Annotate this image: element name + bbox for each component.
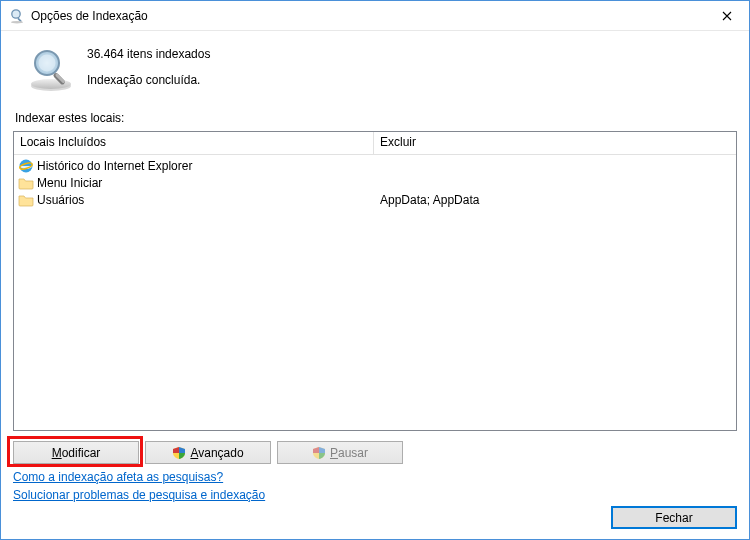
pause-accel: P xyxy=(330,446,338,460)
advanced-button[interactable]: Avançado xyxy=(145,441,271,464)
list-item: AppData; AppData xyxy=(374,191,736,208)
svg-point-4 xyxy=(31,79,71,89)
exclude-column: AppData; AppData xyxy=(374,155,736,430)
app-icon xyxy=(9,8,25,24)
title-bar: Opções de Indexação xyxy=(1,1,749,31)
svg-point-0 xyxy=(12,9,20,17)
folder-icon xyxy=(18,192,34,208)
svg-point-2 xyxy=(11,20,23,23)
status-area: 36.464 itens indexados Indexação concluí… xyxy=(27,45,737,93)
shield-icon xyxy=(312,446,326,460)
col-exclude-header[interactable]: Excluir xyxy=(374,132,736,154)
exclude-value: AppData; AppData xyxy=(380,193,479,207)
button-row: Modificar Avançado Pausar xyxy=(13,441,737,464)
pause-button: Pausar xyxy=(277,441,403,464)
list-item[interactable]: Menu Iniciar xyxy=(14,174,373,191)
footer: Fechar xyxy=(13,502,737,529)
modify-rest: odificar xyxy=(62,446,101,460)
advanced-rest: vançado xyxy=(198,446,243,460)
window-title: Opções de Indexação xyxy=(31,9,704,23)
troubleshoot-link[interactable]: Solucionar problemas de pesquisa e index… xyxy=(13,488,265,502)
close-window-button[interactable] xyxy=(704,1,749,31)
indexed-count: 36.464 itens indexados xyxy=(87,47,210,61)
list-item-label: Menu Iniciar xyxy=(37,176,102,190)
pause-rest: ausar xyxy=(338,446,368,460)
svg-point-6 xyxy=(39,55,56,72)
help-links: Como a indexação afeta as pesquisas? Sol… xyxy=(13,470,737,502)
indexing-options-window: Opções de Indexação xyxy=(0,0,750,540)
col-included-header[interactable]: Locais Incluídos xyxy=(14,132,374,154)
list-body: Histórico do Internet Explorer Menu Inic… xyxy=(14,155,736,430)
close-button[interactable]: Fechar xyxy=(611,506,737,529)
modify-accel: M xyxy=(52,446,62,460)
list-item[interactable]: Usuários xyxy=(14,191,373,208)
list-header: Locais Incluídos Excluir xyxy=(14,132,736,154)
locations-label: Indexar estes locais: xyxy=(15,111,737,125)
list-item-label: Histórico do Internet Explorer xyxy=(37,159,192,173)
how-indexing-affects-link[interactable]: Como a indexação afeta as pesquisas? xyxy=(13,470,223,484)
list-item[interactable]: Histórico do Internet Explorer xyxy=(14,157,373,174)
ie-icon xyxy=(18,158,34,174)
magnifier-icon xyxy=(27,45,75,93)
list-item-label: Usuários xyxy=(37,193,84,207)
list-item xyxy=(374,174,736,191)
indexing-state: Indexação concluída. xyxy=(87,73,210,87)
folder-icon xyxy=(18,175,34,191)
included-column: Histórico do Internet Explorer Menu Inic… xyxy=(14,155,374,430)
status-text: 36.464 itens indexados Indexação concluí… xyxy=(87,45,210,88)
dialog-content: 36.464 itens indexados Indexação concluí… xyxy=(1,31,749,539)
list-item xyxy=(374,157,736,174)
locations-listbox[interactable]: Locais Incluídos Excluir Histórico do In… xyxy=(13,131,737,431)
shield-icon xyxy=(172,446,186,460)
modify-button[interactable]: Modificar xyxy=(13,441,139,464)
